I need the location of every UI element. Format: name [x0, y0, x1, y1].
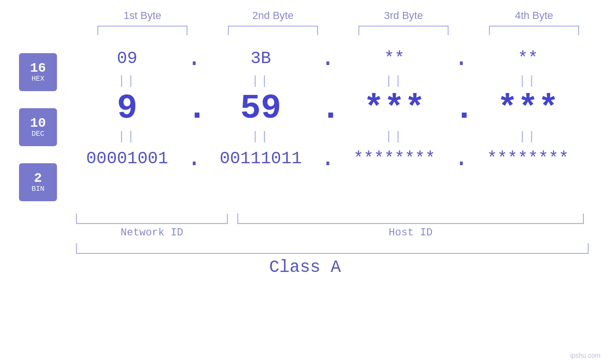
hex-num: 16: [30, 62, 46, 75]
bracket-4: [489, 26, 579, 35]
outer-bracket: [76, 243, 589, 254]
sep-1-3: ||: [342, 74, 447, 88]
bin-byte-2: 00111011: [208, 149, 313, 168]
bracket-1: [97, 26, 188, 35]
dec-label: DEC: [31, 130, 44, 138]
hex-badge: 16 HEX: [19, 53, 57, 91]
dec-byte-3: ***: [342, 89, 447, 128]
dec-badge: 10 DEC: [19, 108, 57, 146]
bin-label: BIN: [31, 185, 44, 193]
col-header-3: 3rd Byte: [351, 9, 456, 22]
data-grid: 09 . 3B . ** . ** || || || || 9 .: [66, 45, 610, 210]
sep-row-1: || || || ||: [66, 73, 589, 89]
hex-byte-3: **: [342, 49, 447, 68]
sep-2-1: ||: [75, 130, 179, 144]
col-header-4: 4th Byte: [482, 9, 586, 22]
hex-label: HEX: [31, 75, 44, 83]
dec-dot-3: .: [454, 89, 468, 128]
bottom-brackets: [76, 214, 598, 224]
sep-2-4: ||: [476, 130, 580, 144]
hex-dot-3: .: [454, 45, 468, 73]
bracket-3: [358, 26, 449, 35]
host-id-label: Host ID: [237, 227, 584, 239]
sep-2-3: ||: [342, 130, 447, 144]
bin-dot-3: .: [454, 145, 468, 173]
host-bracket: [237, 214, 584, 224]
sep-1-2: ||: [208, 74, 313, 88]
sep-2-2: ||: [208, 130, 313, 144]
sep-1-1: ||: [75, 74, 179, 88]
dec-byte-2: 59: [208, 89, 313, 128]
class-label: Class A: [0, 258, 610, 277]
top-brackets: [77, 26, 600, 35]
dec-byte-4: ***: [476, 89, 580, 128]
bin-byte-1: 00001001: [75, 149, 179, 168]
bin-row: 00001001 . 00111011 . ******** . *******…: [66, 145, 589, 173]
main-container: 1st Byte 2nd Byte 3rd Byte 4th Byte 16 H…: [0, 0, 610, 364]
sep-row-2: || || || ||: [66, 128, 589, 145]
bin-byte-3: ********: [342, 149, 447, 168]
sep-1-4: ||: [476, 74, 580, 88]
hex-byte-2: 3B: [208, 49, 313, 68]
id-labels: Network ID Host ID: [76, 227, 598, 239]
network-bracket: [76, 214, 228, 224]
bottom-section: Network ID Host ID Class A: [0, 214, 610, 277]
left-labels: 16 HEX 10 DEC 2 BIN: [0, 45, 66, 210]
col-header-1: 1st Byte: [90, 9, 195, 22]
bin-badge: 2 BIN: [19, 163, 57, 201]
hex-row: 09 . 3B . ** . **: [66, 45, 589, 73]
dec-num: 10: [30, 117, 46, 130]
dec-byte-1: 9: [75, 89, 179, 128]
col-header-2: 2nd Byte: [221, 9, 325, 22]
hex-dot-1: .: [187, 45, 201, 73]
hex-dot-2: .: [320, 45, 335, 73]
column-headers: 1st Byte 2nd Byte 3rd Byte 4th Byte: [77, 9, 600, 22]
hex-byte-4: **: [476, 49, 580, 68]
dec-dot-1: .: [187, 89, 201, 128]
bin-dot-2: .: [320, 145, 335, 173]
dec-row: 9 . 59 . *** . ***: [66, 89, 589, 128]
bracket-2: [228, 26, 318, 35]
bin-num: 2: [34, 172, 42, 185]
bin-dot-1: .: [187, 145, 201, 173]
content-area: 16 HEX 10 DEC 2 BIN 09 . 3B . ** . **: [0, 45, 610, 210]
dec-dot-2: .: [320, 89, 335, 128]
watermark: ipshu.com: [570, 352, 601, 359]
network-id-label: Network ID: [76, 227, 228, 239]
bin-byte-4: ********: [476, 149, 580, 168]
hex-byte-1: 09: [75, 49, 179, 68]
